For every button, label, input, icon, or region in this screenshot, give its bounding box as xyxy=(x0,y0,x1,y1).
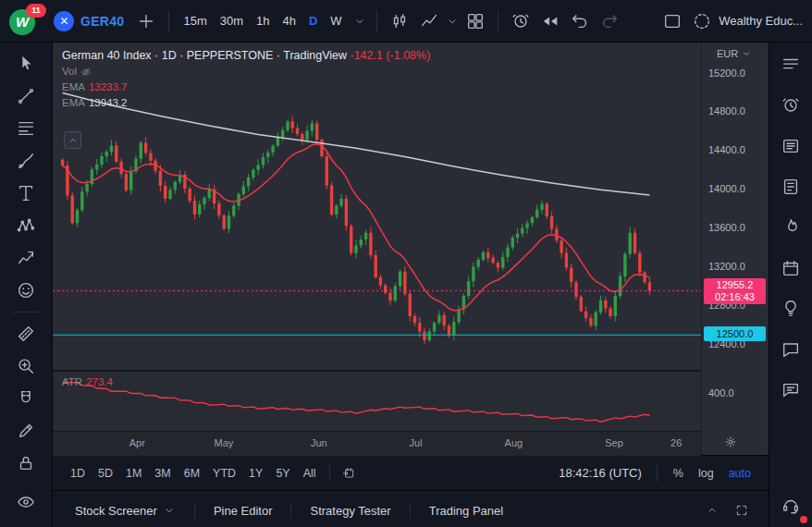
hide-drawings-button[interactable] xyxy=(8,486,43,518)
range-1d-button[interactable]: 1D xyxy=(64,463,92,484)
scale-auto-button[interactable]: auto xyxy=(722,463,757,484)
scale-percent-button[interactable]: % xyxy=(667,463,690,484)
emoji-button[interactable] xyxy=(8,275,43,306)
range-ytd-button[interactable]: YTD xyxy=(206,463,242,484)
price-pane[interactable]: German 40 Index · 1D · PEPPERSTONE · Tra… xyxy=(53,43,701,370)
chevron-down-icon[interactable] xyxy=(163,504,176,517)
notification-badge: 11 xyxy=(26,4,46,18)
fib-retracement-button[interactable] xyxy=(8,113,43,144)
replay-button[interactable] xyxy=(535,6,565,36)
xabcd-pattern-button[interactable] xyxy=(8,210,43,241)
forecast-button[interactable] xyxy=(8,242,43,274)
range-3m-button[interactable]: 3M xyxy=(148,463,177,484)
timeframe-dropdown-button[interactable] xyxy=(351,6,369,36)
bar-countdown: 02:16:43 xyxy=(704,291,766,303)
comments-button[interactable] xyxy=(775,375,806,404)
chart-area: German 40 Index · 1D · PEPPERSTONE · Tra… xyxy=(53,43,769,455)
trend-line-button[interactable] xyxy=(8,80,43,112)
account-name[interactable]: Wealthy Educ... xyxy=(719,14,803,28)
news-button[interactable] xyxy=(775,131,806,160)
range-5y-button[interactable]: 5Y xyxy=(269,463,296,484)
panel-fullscreen-button[interactable] xyxy=(730,498,754,522)
go-to-date-button[interactable] xyxy=(337,461,361,485)
tradingview-app: W 11 GER40 15m30m1h4hDW Wealthy Educ... xyxy=(0,0,812,527)
hotlists-button[interactable] xyxy=(775,213,806,241)
atr-pane[interactable]: ATR 273.4 xyxy=(53,372,701,431)
range-6m-button[interactable]: 6M xyxy=(178,463,206,484)
tab-trading-panel[interactable]: Trading Panel xyxy=(411,491,522,527)
lock-button[interactable] xyxy=(8,447,43,479)
measure-button[interactable] xyxy=(8,318,43,349)
legend-title-row[interactable]: German 40 Index · 1D · PEPPERSTONE · Tra… xyxy=(62,48,430,64)
timeframe-30m-button[interactable]: 30m xyxy=(214,9,250,32)
panel-collapse-button[interactable] xyxy=(700,498,724,522)
timeframe-4h-button[interactable]: 4h xyxy=(276,9,301,32)
chart-settings-button[interactable] xyxy=(724,435,737,451)
news-icon xyxy=(781,136,801,156)
price-axis[interactable]: EUR 15200.014800.014400.014000.013600.01… xyxy=(701,43,769,455)
undo-icon xyxy=(570,11,590,31)
candles-button[interactable] xyxy=(385,6,414,36)
scale-log-button[interactable]: log xyxy=(692,463,720,484)
magnet-button[interactable] xyxy=(8,383,43,414)
calendar-button[interactable] xyxy=(775,253,806,282)
draw-button[interactable] xyxy=(8,415,43,447)
range-1y-button[interactable]: 1Y xyxy=(242,463,269,484)
ideas-button[interactable] xyxy=(775,294,806,323)
range-all-button[interactable]: All xyxy=(297,463,323,484)
notes-button[interactable] xyxy=(775,172,806,201)
chart-panes[interactable]: German 40 Index · 1D · PEPPERSTONE · Tra… xyxy=(53,43,701,455)
divider xyxy=(657,465,658,482)
tab-pine-editor[interactable]: Pine Editor xyxy=(195,491,291,527)
avatar-dashed-button[interactable] xyxy=(687,6,717,36)
tab-stock-screener[interactable]: Stock Screener xyxy=(56,491,194,527)
xabcd-pattern-icon xyxy=(16,215,36,236)
fullscreen-icon xyxy=(735,504,748,517)
currency-toggle[interactable]: EUR xyxy=(711,47,757,60)
candlestick-chart[interactable] xyxy=(53,43,701,370)
line-chart-button[interactable] xyxy=(414,6,444,36)
layout-grid-icon xyxy=(465,11,486,31)
text-icon xyxy=(16,183,36,203)
atr-axis-label: 400.0 xyxy=(708,387,734,398)
redo-button[interactable] xyxy=(595,6,624,36)
symbol-logo-icon xyxy=(54,11,74,31)
snapshot-button[interactable] xyxy=(658,6,687,36)
text-button[interactable] xyxy=(8,178,43,209)
symbol-search-button[interactable]: GER40 xyxy=(48,7,129,35)
brush-button[interactable] xyxy=(8,145,43,177)
timeframe-w-button[interactable]: W xyxy=(324,9,348,32)
zoom-in-icon xyxy=(16,356,36,376)
chevron-down-icon xyxy=(741,48,752,59)
chevron-down-button[interactable] xyxy=(444,6,461,36)
alert-clock-button[interactable] xyxy=(506,6,535,36)
tab-label: Strategy Tester xyxy=(310,504,390,518)
watchlist-button[interactable] xyxy=(775,50,806,79)
tab-strategy-tester[interactable]: Strategy Tester xyxy=(291,491,409,527)
timeframe-d-button[interactable]: D xyxy=(302,9,324,32)
undo-button[interactable] xyxy=(565,6,595,36)
divider xyxy=(376,10,377,32)
chevron-up-icon xyxy=(68,135,79,146)
timeframe-1h-button[interactable]: 1h xyxy=(250,9,276,32)
add-icon xyxy=(136,11,156,31)
level-price-badge: 12500.0 xyxy=(704,326,766,341)
comments-icon xyxy=(781,380,801,400)
range-5d-button[interactable]: 5D xyxy=(92,463,119,484)
timeframe-15m-button[interactable]: 15m xyxy=(177,9,213,32)
trend-line-icon xyxy=(16,86,36,106)
add-button[interactable] xyxy=(131,6,161,36)
price-axis-label: 15200.0 xyxy=(708,67,745,79)
chat-button[interactable] xyxy=(775,335,806,363)
zoom-in-button[interactable] xyxy=(8,350,43,382)
layout-grid-button[interactable] xyxy=(461,6,490,36)
tab-label: Trading Panel xyxy=(429,504,503,518)
range-1m-button[interactable]: 1M xyxy=(119,463,148,484)
clock-utc[interactable]: 18:42:16 (UTC) xyxy=(553,465,647,481)
app-logo[interactable]: W 11 xyxy=(9,6,39,36)
cursor-button[interactable] xyxy=(8,48,43,80)
time-axis[interactable]: AprMayJunJulAugSep26 xyxy=(53,431,701,456)
calendar-icon xyxy=(781,258,801,278)
pane-maximize-button[interactable] xyxy=(64,131,81,149)
alert-clock-button[interactable] xyxy=(775,91,806,119)
